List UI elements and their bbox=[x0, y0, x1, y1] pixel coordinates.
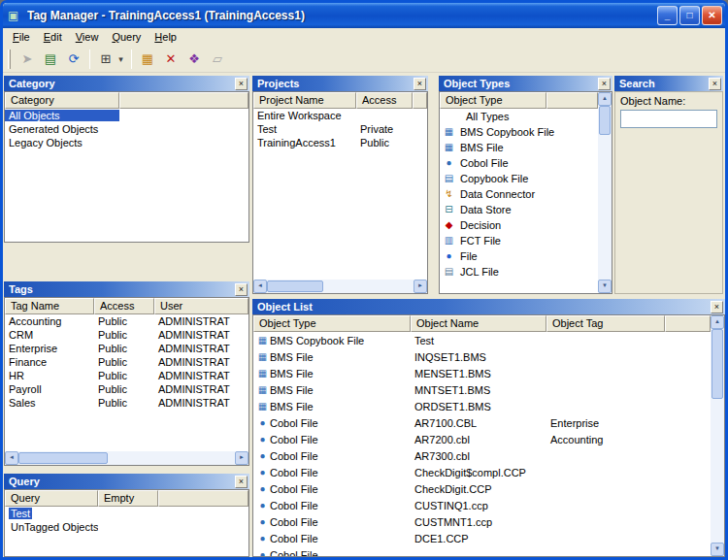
tag-user-column-header[interactable]: User bbox=[154, 298, 248, 314]
object-type-item[interactable]: ⊟ Data Store bbox=[440, 202, 598, 217]
tag-row[interactable]: Finance Public ADMINISTRAT bbox=[5, 355, 248, 369]
query-panel-header[interactable]: Query × bbox=[4, 474, 249, 489]
tag-row[interactable]: CRM Public ADMINISTRAT bbox=[5, 328, 248, 342]
project-access-column-header[interactable]: Access bbox=[356, 92, 413, 109]
menu-item[interactable]: View bbox=[69, 29, 106, 46]
project-row[interactable]: TrainingAccess1 Public bbox=[253, 136, 427, 149]
scroll-down-button[interactable]: ▼ bbox=[598, 280, 612, 293]
maximize-button[interactable]: □ bbox=[679, 6, 700, 25]
refresh-button[interactable]: ⟳ bbox=[62, 48, 85, 71]
object-type-item[interactable]: ▦ BMS File bbox=[440, 140, 598, 155]
tag-row[interactable]: Accounting Public ADMINISTRAT bbox=[5, 314, 248, 328]
tags-panel-header[interactable]: Tags × bbox=[4, 281, 249, 297]
object-type-item[interactable]: ▥ FCT File bbox=[440, 233, 598, 248]
tag-row[interactable]: Enterprise Public ADMINISTRAT bbox=[5, 342, 248, 355]
query-column-header[interactable]: Query bbox=[5, 490, 98, 507]
search-panel-header[interactable]: Search × bbox=[614, 76, 723, 91]
scrollbar-track[interactable] bbox=[267, 280, 414, 293]
object-type-item[interactable]: ▤ JCL File bbox=[440, 264, 598, 280]
object-row[interactable]: ▦BMS File INQSET1.BMS bbox=[253, 348, 711, 365]
category-panel-header[interactable]: Category × bbox=[4, 76, 249, 91]
object-list-vertical-scrollbar[interactable]: ▲ ▼ bbox=[711, 315, 724, 556]
scroll-right-button[interactable]: ► bbox=[414, 280, 427, 293]
object-type-item[interactable]: ● Cobol File bbox=[440, 155, 598, 171]
object-type-item[interactable]: ● File bbox=[440, 248, 598, 264]
query-row[interactable]: Test bbox=[5, 507, 248, 520]
menu-item[interactable]: File bbox=[6, 29, 37, 46]
object-list-panel-close-button[interactable]: × bbox=[711, 301, 723, 313]
project-row[interactable]: Test Private bbox=[253, 122, 427, 136]
object-row[interactable]: ●Cobol File CUSTINQ1.ccp bbox=[253, 497, 711, 513]
object-row[interactable]: ▦BMS File ORDSET1.BMS bbox=[253, 398, 711, 414]
scroll-up-button[interactable]: ▲ bbox=[711, 315, 724, 329]
object-row[interactable]: ●Cobol File CUSTMNT1.ccp bbox=[253, 513, 711, 530]
object-row[interactable]: ●Cobol File AR7300.cbl bbox=[253, 447, 711, 464]
titlebar[interactable]: ▣ Tag Manager - TrainingAccess1 (Trainin… bbox=[3, 3, 725, 28]
scroll-left-button[interactable]: ◄ bbox=[253, 280, 267, 293]
delete-button[interactable]: ✕ bbox=[159, 48, 182, 71]
minimize-button[interactable]: _ bbox=[657, 6, 678, 25]
object-row[interactable]: ▦BMS Copybook File Test bbox=[253, 332, 711, 348]
object-name-input[interactable] bbox=[620, 110, 717, 128]
query-empty-column-header[interactable]: Empty bbox=[98, 490, 158, 507]
object-types-panel-header[interactable]: Object Types × bbox=[439, 76, 612, 91]
menu-item[interactable]: Query bbox=[105, 29, 148, 46]
scrollbar-track[interactable] bbox=[18, 451, 235, 465]
category-item[interactable]: Generated Objects bbox=[5, 122, 248, 136]
object-type-column-header[interactable]: Object Type bbox=[253, 315, 411, 332]
search-panel-close-button[interactable]: × bbox=[709, 78, 721, 90]
scrollbar-thumb[interactable] bbox=[18, 452, 108, 464]
object-row[interactable]: ●Cobol File bbox=[253, 546, 711, 557]
scroll-left-button[interactable]: ◄ bbox=[5, 451, 18, 465]
object-row[interactable]: ●Cobol File AR7200.cbl Accounting bbox=[253, 431, 711, 447]
project-row[interactable]: Entire Workspace bbox=[253, 109, 427, 122]
object-row[interactable]: ●Cobol File AR7100.CBL Enterprise bbox=[253, 414, 711, 431]
assign-tags-button[interactable]: ❖ bbox=[182, 48, 206, 71]
tag-name-column-header[interactable]: Tag Name bbox=[5, 298, 94, 314]
object-list-panel-header[interactable]: Object List × bbox=[252, 299, 725, 314]
projects-panel-header[interactable]: Projects × bbox=[252, 76, 428, 91]
object-row[interactable]: ●Cobol File CheckDigit$compl.CCP bbox=[253, 464, 711, 480]
category-panel-close-button[interactable]: × bbox=[235, 78, 248, 90]
scroll-right-button[interactable]: ► bbox=[235, 451, 248, 465]
object-types-panel-close-button[interactable]: × bbox=[598, 78, 611, 90]
projects-panel-close-button[interactable]: × bbox=[414, 78, 426, 90]
project-name-column-header[interactable]: Project Name bbox=[253, 92, 356, 109]
toolbar-grip[interactable] bbox=[8, 49, 11, 69]
scrollbar-thumb[interactable] bbox=[711, 329, 723, 399]
tag-row[interactable]: Payroll Public ADMINISTRAT bbox=[5, 382, 248, 396]
category-item[interactable]: Legacy Objects bbox=[5, 136, 248, 149]
object-row[interactable]: ▦BMS File MNTSET1.BMS bbox=[253, 381, 711, 398]
object-row[interactable]: ●Cobol File DCE1.CCP bbox=[253, 530, 711, 546]
tag-access-column-header[interactable]: Access bbox=[94, 298, 154, 314]
menu-item[interactable]: Edit bbox=[37, 29, 69, 46]
category-column-header[interactable]: Category bbox=[5, 92, 119, 109]
query-row[interactable]: UnTagged Objects bbox=[5, 520, 248, 534]
scrollbar-thumb[interactable] bbox=[267, 280, 323, 292]
tag-row[interactable]: HR Public ADMINISTRAT bbox=[5, 369, 248, 382]
workspace-button[interactable]: ▤ bbox=[39, 48, 62, 71]
new-tag-button[interactable]: ▦ bbox=[136, 48, 159, 71]
scroll-up-button[interactable]: ▲ bbox=[598, 92, 612, 106]
tags-panel-close-button[interactable]: × bbox=[235, 283, 248, 296]
tag-row[interactable]: Sales Public ADMINISTRAT bbox=[5, 396, 248, 410]
scrollbar-track[interactable] bbox=[711, 329, 724, 543]
category-item[interactable]: All Objects bbox=[5, 109, 248, 122]
object-row[interactable]: ●Cobol File CheckDigit.CCP bbox=[253, 480, 711, 497]
scrollbar-thumb[interactable] bbox=[599, 106, 611, 135]
object-name-column-header[interactable]: Object Name bbox=[411, 315, 546, 332]
close-button[interactable]: ✕ bbox=[702, 6, 722, 25]
object-type-column-header[interactable]: Object Type bbox=[440, 92, 546, 109]
object-types-vertical-scrollbar[interactable]: ▲ ▼ bbox=[598, 92, 612, 293]
object-type-item[interactable]: ▤ Copybook File bbox=[440, 171, 598, 186]
object-tag-column-header[interactable]: Object Tag bbox=[546, 315, 665, 332]
object-row[interactable]: ▦BMS File MENSET1.BMS bbox=[253, 365, 711, 381]
query-panel-close-button[interactable]: × bbox=[235, 476, 248, 488]
scrollbar-track[interactable] bbox=[598, 106, 612, 280]
object-type-item[interactable]: ▦ BMS Copybook File bbox=[440, 124, 598, 140]
object-type-item[interactable]: ◆ Decision bbox=[440, 217, 598, 233]
projects-horizontal-scrollbar[interactable]: ◄ ► bbox=[253, 280, 427, 293]
scroll-down-button[interactable]: ▼ bbox=[711, 543, 724, 556]
add-view-dropdown-button[interactable]: ▾ bbox=[115, 48, 127, 71]
tags-horizontal-scrollbar[interactable]: ◄ ► bbox=[5, 451, 248, 465]
